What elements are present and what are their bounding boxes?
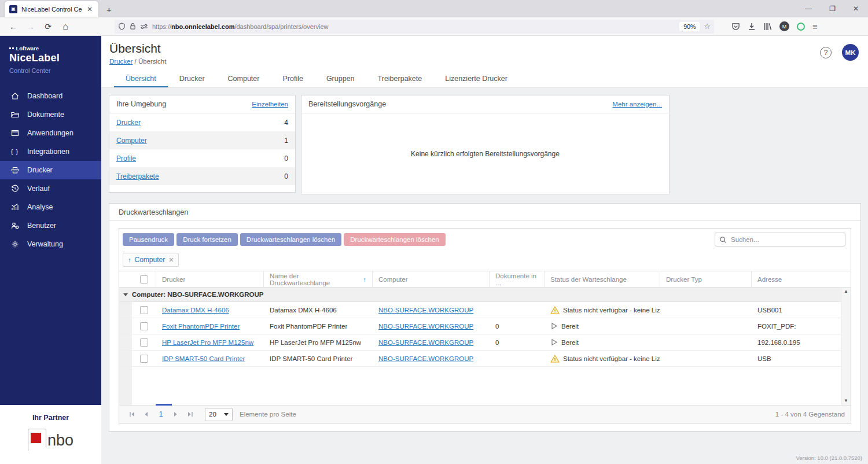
menu-icon[interactable]: ≡ (812, 21, 818, 31)
url-text[interactable]: https://nbo.onnicelabel.com/dashboard/sp… (152, 23, 675, 30)
browser-tab[interactable]: ▣ NiceLabel Control Center ✕ (5, 1, 98, 17)
clear-queues-button[interactable]: Druckwarteschlangen löschen (240, 233, 341, 246)
ready-icon (550, 338, 558, 346)
column-dokumente[interactable]: Dokumente in ... (490, 271, 545, 287)
sidebar-item-benutzer[interactable]: Benutzer (0, 216, 101, 235)
collapse-group-icon[interactable] (119, 293, 132, 296)
pocket-icon[interactable] (731, 23, 740, 31)
table-row-hp[interactable]: HP LaserJet Pro MFP M125nw HP LaserJet P… (119, 334, 851, 351)
printer-link[interactable]: Foxit PhantomPDF Printer (162, 323, 240, 330)
page-size-select[interactable]: 20 (205, 408, 233, 421)
users-icon (10, 221, 20, 230)
reload-button[interactable]: ⟳ (41, 20, 56, 34)
extension-icon[interactable] (797, 23, 805, 31)
forward-button[interactable]: → (23, 20, 38, 34)
details-link[interactable]: Einzelheiten (252, 101, 288, 108)
sidebar-item-verlauf[interactable]: Verlauf (0, 179, 101, 198)
library-icon[interactable] (763, 23, 772, 31)
tab-drucker[interactable]: Drucker (168, 71, 216, 87)
tab-lizenzierte-drucker[interactable]: Lizenzierte Drucker (433, 71, 519, 87)
avatar[interactable]: MK (842, 44, 859, 61)
tab-profile[interactable]: Profile (271, 71, 314, 87)
tab-close-icon[interactable]: ✕ (86, 5, 94, 13)
permissions-icon[interactable] (140, 23, 148, 30)
sidebar-item-anwendungen[interactable]: Anwendungen (0, 124, 101, 142)
last-page-button[interactable] (183, 411, 197, 417)
status-cell: Bereit (545, 322, 660, 330)
zoom-level-badge[interactable]: 90% (679, 22, 700, 31)
downloads-icon[interactable] (748, 23, 756, 31)
tab-gruppen[interactable]: Gruppen (315, 71, 366, 87)
braces-icon: { } (10, 148, 20, 155)
select-all-checkbox[interactable] (140, 275, 148, 283)
page-number[interactable]: 1 (153, 410, 169, 418)
sidebar-item-dokumente[interactable]: Dokumente (0, 105, 101, 124)
address-bar[interactable]: https://nbo.onnicelabel.com/dashboard/sp… (115, 20, 714, 34)
shield-icon[interactable] (118, 23, 126, 30)
queues-grid: Pausendruck Druck fortsetzen Druckwartes… (119, 228, 851, 424)
breadcrumb-drucker-link[interactable]: Drucker (109, 58, 133, 65)
env-drucker-link[interactable]: Drucker (116, 119, 141, 127)
column-adresse[interactable]: Adresse (752, 271, 841, 287)
column-drucker-typ[interactable]: Drucker Typ (660, 271, 752, 287)
queues-card-title: Druckwarteschlangen (109, 204, 860, 221)
computer-link[interactable]: NBO-SURFACE.WORKGROUP (378, 323, 473, 330)
show-more-link[interactable]: Mehr anzeigen... (612, 101, 662, 108)
account-icon[interactable]: M (779, 21, 789, 31)
computer-link[interactable]: NBO-SURFACE.WORKGROUP (378, 339, 473, 346)
bookmark-star-icon[interactable]: ☆ (704, 22, 711, 31)
sidebar-item-integrationen[interactable]: { } Integrationen (0, 142, 101, 161)
row-checkbox[interactable] (140, 338, 148, 347)
sidebar-item-dashboard[interactable]: Dashboard (0, 87, 101, 105)
sidebar-item-verwaltung[interactable]: Verwaltung (0, 235, 101, 253)
resume-print-button[interactable]: Druck fortsetzen (176, 233, 238, 246)
tab-uebersicht[interactable]: Übersicht (114, 71, 168, 87)
browser-tabstrip: ▣ NiceLabel Control Center ✕ + — ❐ ✕ (0, 0, 868, 17)
env-computer-link[interactable]: Computer (116, 137, 147, 145)
chip-remove-icon[interactable]: ✕ (168, 256, 174, 264)
row-checkbox[interactable] (140, 306, 148, 314)
printer-link[interactable]: IDP SMART-50 Card Printer (162, 355, 245, 362)
tab-computer[interactable]: Computer (216, 71, 271, 87)
table-row-datamax[interactable]: Datamax DMX H-4606 Datamax DMX H-4606 NB… (119, 302, 851, 318)
provisioning-card: Bereitstellungsvorgänge Mehr anzeigen...… (301, 95, 670, 194)
env-treiberpakete-link[interactable]: Treiberpakete (116, 172, 159, 181)
sidebar-item-analyse[interactable]: Analyse (0, 198, 101, 216)
prev-page-button[interactable] (139, 411, 153, 417)
table-row-foxit[interactable]: Foxit PhantomPDF Printer Foxit PhantomPD… (119, 318, 851, 334)
window-close-button[interactable]: ✕ (853, 5, 859, 13)
first-page-button[interactable] (125, 411, 139, 417)
help-icon[interactable]: ? (820, 47, 832, 58)
sidebar-item-drucker[interactable]: Drucker (0, 161, 101, 179)
back-button[interactable]: ← (6, 20, 21, 34)
env-profile-link[interactable]: Profile (116, 154, 136, 163)
delete-queues-button[interactable]: Druckwarteschlangen löschen (344, 233, 445, 246)
printer-link[interactable]: Datamax DMX H-4606 (162, 307, 229, 314)
new-tab-button[interactable]: + (106, 5, 112, 17)
column-name-der-druckwarteschlange[interactable]: Name der Druckwarteschlange↑ (264, 271, 373, 287)
sort-chip-computer[interactable]: ↑ Computer ✕ (123, 253, 179, 267)
env-treiberpakete-count: 0 (284, 172, 288, 181)
tab-treiberpakete[interactable]: Treiberpakete (366, 71, 434, 87)
next-page-button[interactable] (169, 411, 183, 417)
column-computer[interactable]: Computer (373, 271, 490, 287)
window-restore-button[interactable]: ❐ (829, 5, 836, 13)
row-checkbox[interactable] (140, 322, 148, 330)
window-minimize-button[interactable]: — (805, 5, 812, 13)
printer-link[interactable]: HP LaserJet Pro MFP M125nw (162, 339, 253, 346)
row-checkbox[interactable] (140, 355, 148, 363)
computer-link[interactable]: NBO-SURFACE.WORKGROUP (378, 355, 473, 362)
home-button[interactable]: ⌂ (58, 20, 73, 34)
group-row[interactable]: Computer: NBO-SURFACE.WORKGROUP (119, 288, 851, 302)
scroll-down-icon[interactable]: ▼ (844, 399, 848, 403)
column-status[interactable]: Status der Warteschlange (545, 271, 660, 287)
search-box[interactable] (715, 233, 845, 246)
column-drucker[interactable]: Drucker (156, 271, 264, 287)
pause-print-button[interactable]: Pausendruck (123, 233, 174, 246)
table-row-idp[interactable]: IDP SMART-50 Card Printer IDP SMART-50 C… (119, 351, 851, 367)
lock-icon[interactable] (130, 23, 136, 30)
computer-link[interactable]: NBO-SURFACE.WORKGROUP (378, 307, 473, 314)
vertical-scrollbar[interactable]: ▲ ▼ (841, 288, 851, 405)
search-input[interactable] (731, 236, 841, 243)
scroll-up-icon[interactable]: ▲ (844, 289, 848, 294)
